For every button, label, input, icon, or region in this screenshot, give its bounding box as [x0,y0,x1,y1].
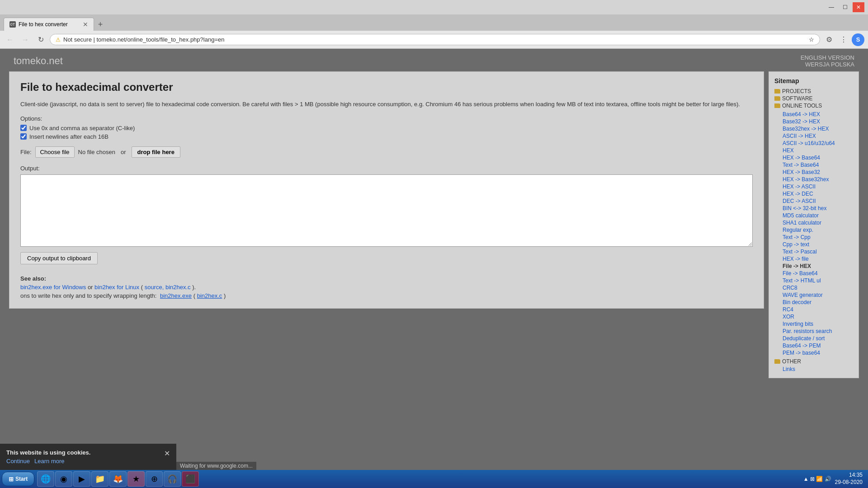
sitemap-link[interactable]: HEX -> DEC [783,190,853,197]
profile-button[interactable]: S [852,33,864,46]
output-textarea[interactable] [20,174,753,247]
taskbar-tray: ▲ ⊠ 📶 🔊 14:35 29-08-2020 [800,472,866,486]
checkbox-clike[interactable] [20,125,27,131]
taskbar-app-media[interactable]: ▶ [73,471,90,487]
sitemap-other[interactable]: OTHER [774,358,853,365]
sitemap-link[interactable]: Base64 -> PEM [783,342,853,349]
sitemap-link[interactable]: HEX -> Base64 [783,154,853,161]
close-button[interactable]: ✕ [853,2,864,12]
sitemap-link[interactable]: HEX -> Base32 [783,169,853,176]
sitemap-projects[interactable]: PROJECTS [774,88,853,94]
cookie-links: Continue Learn more [6,458,160,465]
bin2hex-c-link[interactable]: bin2hex.c [197,292,222,299]
see-also-links: bin2hex.exe for Windows or bin2hex for L… [20,284,753,291]
sitemap-link[interactable]: WAVE generator [783,291,853,299]
menu-button[interactable]: ⋮ [837,33,850,46]
cookie-banner: This website is using cookies. Continue … [0,444,176,470]
file-row: File: Choose file No file chosen or drop… [20,146,753,158]
cookie-continue-link[interactable]: Continue [6,458,30,465]
checkbox-newlines[interactable] [20,133,27,140]
output-label: Output: [20,165,753,172]
source-link[interactable]: source, bin2hex.c [145,284,191,291]
bin2hex-linux-link[interactable]: bin2hex for Linux [94,284,139,291]
sitemap-software[interactable]: SOFTWARE [774,95,853,102]
copy-output-button[interactable]: Copy output to clipboard [20,252,98,264]
sitemap-link[interactable]: Regular exp. [783,226,853,234]
taskbar-app-arduino[interactable]: ⊕ [146,471,163,487]
sitemap-link[interactable]: Par. resistors search [783,328,853,335]
forward-button[interactable]: → [19,33,32,46]
address-bar[interactable]: ⚠ Not secure | tomeko.net/online_tools/f… [50,34,820,45]
browser-window: — ☐ ✕ 0T File to hex converter ✕ + ← → ↻… [0,0,868,378]
extensions-button[interactable]: ⚙ [823,33,835,46]
sitemap-link[interactable]: Text -> Pascal [783,248,853,255]
cookie-learn-more-link[interactable]: Learn more [34,458,64,465]
new-tab-button[interactable]: + [94,18,107,31]
tray-date-value: 29-08-2020 [835,479,863,486]
checkbox-row-1: Use 0x and comma as separator (C-like) [20,125,753,131]
cookie-message: This website is using cookies. [6,449,160,456]
start-button[interactable]: ⊞ Start [2,472,34,486]
tab-favicon: 0T [9,21,16,28]
lang-en-link[interactable]: ENGLISH VERSION [801,54,854,61]
tray-clock: 14:35 29-08-2020 [835,472,863,486]
taskbar-app-audio[interactable]: 🎧 [164,471,181,487]
sitemap-link[interactable]: BIN <-> 32-bit hex [783,205,853,212]
taskbar-app-star[interactable]: ★ [127,471,145,487]
taskbar-app-firefox[interactable]: 🦊 [109,471,127,487]
see-also-note: ons to write hex only and to specify wra… [20,292,753,299]
sitemap-link[interactable]: Text -> Base64 [783,161,853,169]
sitemap-link[interactable]: SHA1 calculator [783,219,853,226]
sitemap-link[interactable]: Text -> Cpp [783,234,853,241]
sitemap-link[interactable]: Base32hex -> HEX [783,125,853,132]
sitemap-link[interactable]: File -> Base64 [783,270,853,277]
choose-file-button[interactable]: Choose file [35,146,75,158]
links-section: Links [783,366,853,372]
sitemap-link[interactable]: RC4 [783,306,853,313]
bin2hex-windows-link[interactable]: bin2hex.exe for Windows [20,284,86,291]
sitemap-link[interactable]: Inverting bits [783,320,853,328]
sitemap-online-tools[interactable]: ONLINE TOOLS [774,103,853,109]
sitemap-link[interactable]: Bin decoder [783,299,853,306]
sitemap-link[interactable]: CRC8 [783,284,853,291]
sitemap-link[interactable]: XOR [783,313,853,320]
sitemap-link[interactable]: HEX -> Base32hex [783,176,853,183]
folder-icon-software [774,96,780,101]
sitemap-link[interactable]: Text -> HTML ul [783,277,853,284]
sitemap-link[interactable]: Deduplicate / sort [783,335,853,342]
lang-pl-link[interactable]: WERSJA POLSKA [801,61,854,68]
links-link[interactable]: Links [783,366,795,372]
taskbar-app-files[interactable]: 📁 [91,471,108,487]
back-button[interactable]: ← [4,33,16,46]
tab-close-icon[interactable]: ✕ [83,21,88,28]
active-tab[interactable]: 0T File to hex converter ✕ [4,18,94,31]
sidebar: Sitemap PROJECTS SOFTWARE ONLINE T [769,71,859,378]
sitemap-link[interactable]: Base32 -> HEX [783,118,853,125]
sitemap-link[interactable]: HEX -> ASCII [783,183,853,190]
taskbar-apps: 🌐 ◉ ▶ 📁 🦊 ★ ⊕ 🎧 ⬛ [37,471,199,487]
taskbar-app-ie[interactable]: 🌐 [37,471,54,487]
online-tools-label: ONLINE TOOLS [782,103,822,109]
sitemap-link[interactable]: File -> HEX [783,263,853,270]
sitemap-link[interactable]: Cpp -> text [783,241,853,248]
url-display: Not secure | tomeko.net/online_tools/fil… [63,36,806,43]
refresh-button[interactable]: ↻ [34,33,47,46]
sitemap-link[interactable]: DEC -> ASCII [783,197,853,205]
drop-zone-button[interactable]: drop file here [132,146,180,158]
taskbar-app-chrome[interactable]: ◉ [55,471,72,487]
sitemap-link[interactable]: HEX -> file [783,255,853,263]
maximize-button[interactable]: ☐ [839,2,851,12]
sitemap-link[interactable]: MD5 calculator [783,212,853,219]
sitemap-link[interactable]: ASCII -> u16/u32/u64 [783,140,853,147]
sitemap-link[interactable]: PEM -> base64 [783,349,853,357]
taskbar-app-rec[interactable]: ⬛ [182,471,199,487]
options-group: Use 0x and comma as separator (C-like) I… [20,125,753,140]
sitemap-link[interactable]: Base64 -> HEX [783,111,853,118]
bin2hex-exe-link[interactable]: bin2hex.exe [160,292,192,299]
software-label: SOFTWARE [782,95,813,102]
cookie-close-button[interactable]: ✕ [164,449,170,458]
minimize-button[interactable]: — [826,2,837,12]
sitemap-link[interactable]: HEX [783,147,853,154]
bookmark-icon[interactable]: ☆ [809,36,814,43]
sitemap-link[interactable]: ASCII -> HEX [783,132,853,140]
